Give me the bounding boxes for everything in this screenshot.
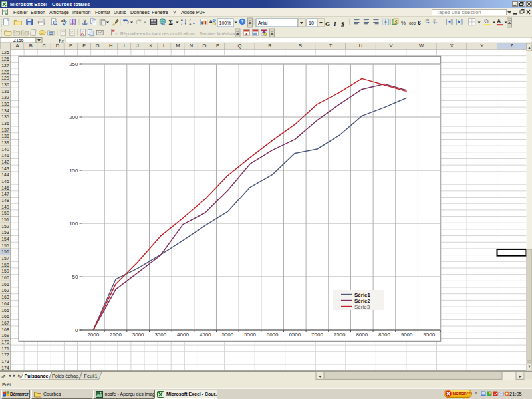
svg-text:X: X	[450, 43, 454, 49]
svg-text:157: 157	[1, 256, 9, 261]
svg-text:O: O	[203, 43, 207, 49]
svg-text:U: U	[359, 43, 362, 49]
svg-text:Arial: Arial	[258, 20, 268, 26]
svg-text:127: 127	[1, 63, 9, 68]
svg-text:133: 133	[1, 102, 9, 106]
svg-text:151: 151	[1, 217, 9, 222]
svg-text:10: 10	[309, 20, 314, 26]
svg-text:174: 174	[1, 366, 9, 370]
svg-text:159: 159	[1, 269, 9, 273]
svg-text:50: 50	[72, 274, 78, 280]
svg-text:168: 168	[1, 327, 9, 332]
svg-text:142: 142	[1, 160, 9, 164]
svg-text:G: G	[325, 21, 330, 27]
svg-text:148: 148	[1, 198, 9, 203]
svg-text:137: 137	[1, 128, 9, 132]
svg-text:8000: 8000	[356, 332, 368, 338]
svg-text:130: 130	[1, 82, 9, 87]
svg-text:Terminer la révision...: Terminer la révision...	[200, 31, 240, 36]
svg-text:129: 129	[1, 76, 9, 80]
svg-text:✓: ✓	[115, 32, 118, 36]
svg-text:Série3: Série3	[354, 304, 370, 310]
svg-text:156: 156	[1, 249, 9, 254]
svg-text:136: 136	[1, 121, 9, 126]
svg-text:A: A	[497, 19, 501, 25]
svg-text:138: 138	[1, 134, 9, 138]
svg-text:◄: ◄	[7, 374, 11, 378]
svg-text:7500: 7500	[334, 332, 346, 338]
svg-text:T: T	[329, 43, 332, 49]
svg-text:160: 160	[1, 275, 9, 280]
svg-text:4000: 4000	[177, 332, 189, 338]
svg-text:164: 164	[1, 301, 9, 306]
svg-text:Répondre en incluant des modif: Répondre en incluant des modifications..…	[120, 31, 198, 37]
svg-text:9000: 9000	[401, 332, 413, 338]
svg-text:F: F	[82, 43, 86, 49]
svg-text:153: 153	[1, 230, 9, 235]
svg-text:147: 147	[1, 192, 9, 196]
svg-text:◄: ◄	[318, 374, 322, 378]
svg-text:,0: ,0	[433, 19, 436, 22]
svg-text:Poids échap.: Poids échap.	[52, 373, 80, 379]
svg-text:Q: Q	[237, 43, 241, 49]
svg-text:G: G	[96, 43, 100, 49]
svg-text:152: 152	[1, 224, 9, 229]
svg-text:E: E	[69, 43, 72, 49]
svg-text:K: K	[150, 43, 153, 49]
svg-text:154: 154	[1, 237, 9, 241]
svg-text:167: 167	[1, 321, 9, 325]
svg-text:8500: 8500	[378, 332, 390, 338]
svg-text:N: N	[190, 43, 193, 49]
svg-text:2000: 2000	[87, 332, 99, 338]
svg-text:Série2: Série2	[354, 298, 371, 304]
svg-text:R: R	[268, 43, 272, 49]
svg-text:Feuil1: Feuil1	[84, 373, 98, 379]
svg-text:6000: 6000	[267, 332, 279, 338]
svg-text:€: €	[395, 19, 398, 23]
svg-text:Z: Z	[510, 43, 513, 49]
svg-text:Σ: Σ	[169, 19, 173, 26]
svg-text:Puissance: Puissance	[24, 373, 48, 379]
svg-text:150: 150	[1, 211, 9, 215]
svg-text:169: 169	[1, 333, 9, 338]
svg-text:W: W	[419, 43, 424, 49]
svg-text:134: 134	[1, 108, 9, 113]
svg-text:250: 250	[69, 61, 78, 67]
svg-text:170: 170	[1, 340, 9, 344]
svg-text:126: 126	[1, 57, 9, 61]
svg-text:C: C	[43, 43, 47, 49]
svg-text:I: I	[333, 21, 336, 27]
svg-text:▲: ▲	[527, 45, 531, 49]
svg-text:161: 161	[1, 282, 9, 287]
svg-text:Z: Z	[181, 22, 184, 26]
svg-text:0: 0	[75, 327, 78, 333]
svg-text:145: 145	[1, 179, 9, 184]
svg-text:M: M	[176, 43, 180, 49]
svg-text:166: 166	[1, 314, 9, 319]
svg-text:5000: 5000	[221, 332, 233, 338]
svg-text:165: 165	[1, 308, 9, 313]
svg-text:172: 172	[1, 352, 9, 357]
svg-text:155: 155	[1, 243, 9, 248]
svg-text:Z156: Z156	[13, 38, 24, 43]
svg-text:139: 139	[1, 140, 9, 145]
svg-text:V: V	[390, 43, 393, 49]
svg-text:ab: ab	[61, 19, 66, 23]
svg-text:►: ►	[519, 374, 523, 378]
svg-text:162: 162	[1, 288, 9, 293]
svg-text:I: I	[124, 43, 125, 49]
svg-text:4500: 4500	[200, 332, 211, 338]
svg-text:141: 141	[1, 153, 9, 158]
svg-text:140: 140	[1, 147, 9, 152]
svg-text:173: 173	[1, 359, 9, 364]
svg-text:,00: ,00	[425, 19, 430, 22]
svg-text:5500: 5500	[244, 332, 256, 338]
svg-text:A: A	[189, 22, 192, 26]
svg-text:P: P	[216, 43, 219, 49]
svg-text:H: H	[109, 43, 112, 49]
svg-text:100: 100	[69, 221, 78, 227]
svg-text:2500: 2500	[110, 332, 122, 338]
svg-text:149: 149	[1, 205, 9, 209]
svg-text:132: 132	[1, 95, 9, 100]
svg-text:7000: 7000	[311, 332, 323, 338]
